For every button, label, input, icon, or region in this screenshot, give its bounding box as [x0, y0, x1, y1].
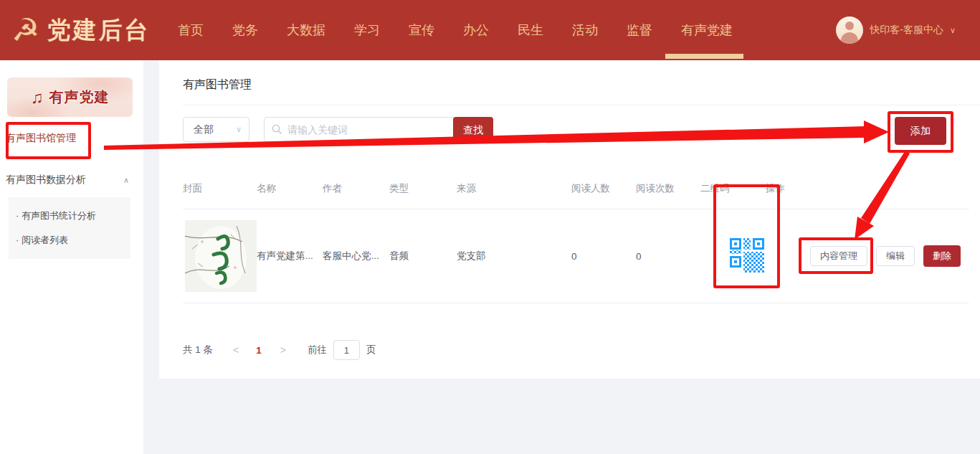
- column-header-read-count: 阅读次数: [636, 182, 700, 195]
- book-cover-image: [185, 220, 257, 292]
- column-header-readers: 阅读人数: [571, 182, 636, 195]
- nav-item-audio-party-building[interactable]: 有声党建: [681, 0, 733, 60]
- chevron-down-icon: ∨: [950, 26, 956, 35]
- sidebar-subpanel: · 有声图书统计分析 · 阅读者列表: [9, 197, 130, 259]
- nav-item-office[interactable]: 办公: [463, 0, 489, 60]
- user-menu[interactable]: 快印客-客服中心 ∨: [836, 0, 956, 60]
- nav-item-publicity[interactable]: 宣传: [409, 0, 434, 60]
- sidebar: ♫ 有声党建 有声图书馆管理 有声图书数据分析 ∧ · 有声图书统计分析 · 阅…: [0, 60, 143, 454]
- next-page-button[interactable]: >: [280, 344, 286, 356]
- user-avatar: [836, 16, 863, 44]
- search-input[interactable]: [264, 117, 454, 142]
- sidebar-group-audio-data-analysis[interactable]: 有声图书数据分析 ∧: [6, 174, 129, 186]
- column-header-name: 名称: [257, 182, 323, 195]
- main-content-card: 有声图书管理 全部 ∨ 查找 添加 封面 名称 作者 类型 来源 阅读人数 阅读…: [159, 60, 980, 379]
- row-actions: 内容管理 编辑 删除: [810, 245, 969, 267]
- music-note-icon: ♫: [31, 88, 44, 108]
- nav-item-home[interactable]: 首页: [178, 0, 204, 60]
- delete-button[interactable]: 删除: [923, 245, 961, 267]
- column-header-author: 作者: [323, 182, 389, 195]
- table-row: 有声党建第... 客服中心党... 音频 党支部 0 0: [183, 209, 969, 303]
- column-header-cover: 封面: [183, 182, 257, 195]
- page-title: 有声图书管理: [183, 77, 252, 93]
- sidebar-item-reader-list[interactable]: · 阅读者列表: [9, 228, 130, 252]
- category-filter-select[interactable]: 全部 ∨: [183, 117, 249, 142]
- chevron-down-icon: ∨: [236, 125, 242, 134]
- pagination-total: 共 1 条: [183, 344, 213, 356]
- column-header-type: 类型: [389, 182, 457, 195]
- prev-page-button[interactable]: <: [233, 344, 239, 356]
- nav-item-supervision[interactable]: 监督: [627, 0, 652, 60]
- cell-type: 音频: [389, 250, 457, 263]
- sidebar-banner: ♫ 有声党建: [7, 77, 133, 117]
- sidebar-group-label: 有声图书数据分析: [6, 174, 86, 186]
- pagination: 共 1 条 < 1 > 前往 页: [183, 340, 376, 360]
- chevron-up-icon: ∧: [123, 176, 129, 185]
- table-header: 封面 名称 作者 类型 来源 阅读人数 阅读次数 二维码 操作: [183, 182, 969, 195]
- party-emblem-icon: ☭: [11, 14, 39, 46]
- edit-button[interactable]: 编辑: [876, 246, 915, 266]
- goto-page-input[interactable]: [333, 340, 360, 360]
- divider: [183, 105, 980, 105]
- cell-name: 有声党建第...: [257, 250, 323, 263]
- column-header-actions: 操作: [766, 182, 969, 195]
- nav-item-study[interactable]: 学习: [354, 0, 380, 60]
- sidebar-banner-title: 有声党建: [49, 88, 110, 107]
- app-logo: ☭ 党建后台: [11, 0, 150, 60]
- cell-author: 客服中心党...: [323, 250, 389, 263]
- sidebar-item-audio-library-management[interactable]: 有声图书馆管理: [6, 132, 76, 145]
- nav-item-big-data[interactable]: 大数据: [287, 0, 325, 60]
- cell-readers: 0: [571, 251, 636, 262]
- content-manage-button[interactable]: 内容管理: [810, 246, 867, 266]
- goto-label: 前往: [308, 344, 327, 356]
- page-unit-label: 页: [366, 344, 376, 356]
- nav-item-livelihood[interactable]: 民生: [518, 0, 543, 60]
- user-name: 快印客-客服中心: [870, 24, 943, 37]
- app-logo-text: 党建后台: [47, 14, 150, 47]
- top-header: ☭ 党建后台 首页 党务 大数据 学习 宣传 办公 民生 活动 监督 有声党建 …: [0, 0, 980, 60]
- page-number-current[interactable]: 1: [256, 345, 262, 356]
- main-nav: 首页 党务 大数据 学习 宣传 办公 民生 活动 监督 有声党建: [178, 0, 733, 60]
- cell-source: 党支部: [457, 250, 571, 263]
- search-button[interactable]: 查找: [453, 117, 493, 143]
- column-header-source: 来源: [457, 182, 571, 195]
- column-header-qrcode: 二维码: [700, 182, 766, 195]
- qrcode-image[interactable]: [730, 238, 764, 273]
- nav-item-activity[interactable]: 活动: [572, 0, 598, 60]
- sidebar-item-audio-book-statistics[interactable]: · 有声图书统计分析: [9, 204, 130, 228]
- filter-selected-value: 全部: [194, 123, 214, 136]
- add-button[interactable]: 添加: [895, 117, 946, 145]
- cell-read-count: 0: [636, 251, 700, 262]
- nav-item-party-affairs[interactable]: 党务: [232, 0, 258, 60]
